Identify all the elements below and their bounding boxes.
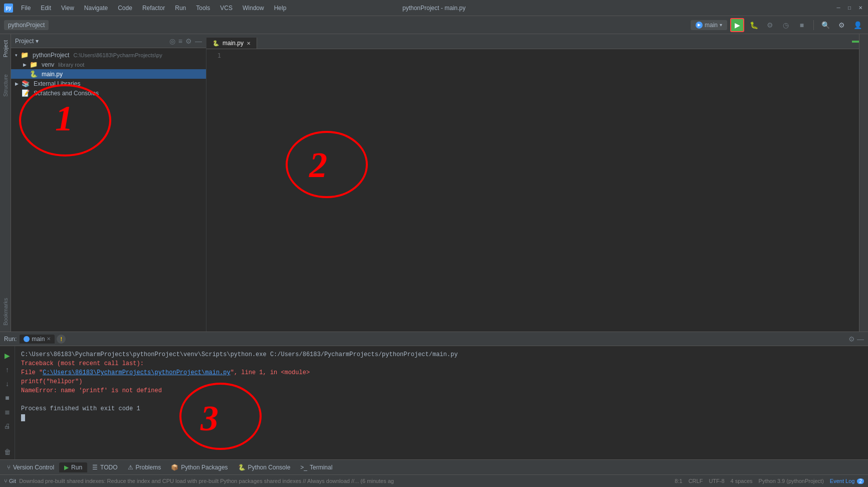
vcs-tab-label: Version Control <box>13 464 54 471</box>
panel-collapse-button[interactable]: ≡ <box>178 37 182 45</box>
menu-view[interactable]: View <box>57 4 78 13</box>
run-output: C:\Users\86183\PycharmProjects\pythonPro… <box>15 346 868 459</box>
encoding[interactable]: UTF-8 <box>709 478 724 484</box>
tab-problems[interactable]: ⚠ Problems <box>123 462 166 472</box>
vcs-tab-icon: ⑂ <box>7 464 11 471</box>
sidebar-structure-label[interactable]: Structure <box>2 72 10 99</box>
run-minimize-button[interactable]: — <box>857 335 864 343</box>
output-line-7: Process finished with exit code 1 <box>21 404 862 413</box>
event-log-label: Event Log <box>830 478 855 484</box>
menu-edit[interactable]: Edit <box>37 4 55 13</box>
stop-process-button[interactable]: ■ <box>2 392 13 403</box>
run-panel-header: Run: main ✕ ! ⚙ — <box>0 332 868 346</box>
profile-button[interactable]: ◷ <box>779 19 792 32</box>
output-line-5: NameError: name 'printf' is not defined <box>21 386 862 395</box>
editor-error-indicator <box>852 41 859 43</box>
tree-item-main[interactable]: ▶ 🐍 main.py <box>11 69 206 79</box>
content-area: Project Structure Bookmarks Project ▾ ◎ … <box>0 34 868 332</box>
stop-button[interactable]: ■ <box>795 19 808 32</box>
status-bar: ⑂ Git Download pre-built shared indexes:… <box>0 474 868 487</box>
problems-tab-icon: ⚠ <box>128 464 133 471</box>
status-right: 8:1 CRLF UTF-8 4 spaces Python 3.9 (pyth… <box>675 478 864 484</box>
menu-window[interactable]: Window <box>239 4 268 13</box>
editor-area: 🐍 main.py ✕ 1 2 <box>206 34 859 332</box>
account-button[interactable]: 👤 <box>851 19 864 32</box>
problems-tab-label: Problems <box>136 464 161 471</box>
todo-tab-label: TODO <box>100 464 117 471</box>
packages-tab-label: Python Packages <box>181 464 228 471</box>
panel-dropdown-icon[interactable]: ▾ <box>36 38 39 45</box>
run-panel-actions: ⚙ — <box>848 335 864 343</box>
menu-file[interactable]: File <box>17 4 35 13</box>
arrow-venv: ▶ <box>23 62 27 67</box>
tab-close-button[interactable]: ✕ <box>247 41 251 46</box>
event-log-button[interactable]: Event Log 2 <box>830 478 864 484</box>
panel-settings-button[interactable]: ⚙ <box>185 37 192 45</box>
scroll-down-button[interactable]: ↓ <box>2 378 13 389</box>
output-link[interactable]: C:\Users\86183\PycharmProjects\pythonPro… <box>43 369 230 376</box>
menu-vcs[interactable]: VCS <box>216 4 237 13</box>
tab-filename: main.py <box>223 40 244 47</box>
run-configuration[interactable]: ▶ main ▾ <box>691 20 727 30</box>
cursor-position[interactable]: 8:1 <box>675 478 682 484</box>
tab-python-console[interactable]: 🐍 Python Console <box>233 462 296 472</box>
clear-output-button[interactable]: 🗑 <box>2 446 13 457</box>
run-tab-close[interactable]: ✕ <box>47 336 51 342</box>
tab-version-control[interactable]: ⑂ Version Control <box>2 462 59 472</box>
scroll-up-button[interactable]: ↑ <box>2 364 13 375</box>
output-line3-suffix: ", line 1, in <module> <box>231 369 310 376</box>
coverage-button[interactable]: ⚙ <box>763 19 776 32</box>
panel-locate-button[interactable]: ◎ <box>169 37 175 45</box>
run-tab-icon-bottom: ▶ <box>64 464 69 471</box>
menu-refactor[interactable]: Refactor <box>138 4 169 13</box>
python-interpreter[interactable]: Python 3.9 (pythonProject) <box>759 478 824 484</box>
tab-terminal[interactable]: >_ Terminal <box>295 462 337 472</box>
sidebar-project-label[interactable]: Project <box>2 38 10 59</box>
run-tab-label-bottom: Run <box>71 464 82 471</box>
tab-python-packages[interactable]: 📦 Python Packages <box>166 462 233 472</box>
tab-py-icon: 🐍 <box>212 40 220 47</box>
wrap-output-button[interactable]: ≣ <box>2 406 13 417</box>
sidebar-bookmarks-label[interactable]: Bookmarks <box>2 296 10 328</box>
menu-tools[interactable]: Tools <box>192 4 214 13</box>
tree-item-root[interactable]: ▾ 📁 pythonProject C:\Users\86183\Pycharm… <box>11 50 206 60</box>
menu-run[interactable]: Run <box>171 4 190 13</box>
menu-help[interactable]: Help <box>270 4 291 13</box>
settings-button[interactable]: ⚙ <box>835 19 848 32</box>
run-settings-button[interactable]: ⚙ <box>848 335 855 343</box>
tree-item-scratches[interactable]: ▶ 📝 Scratches and Consoles <box>11 88 206 98</box>
tree-item-ext-libs[interactable]: ▶ 📚 External Libraries <box>11 79 206 88</box>
tree-item-venv[interactable]: ▶ 📁 venv library root <box>11 60 206 69</box>
search-everywhere-button[interactable]: 🔍 <box>819 19 832 32</box>
run-tab-main[interactable]: main ✕ <box>20 335 55 344</box>
tab-run[interactable]: ▶ Run <box>59 462 87 472</box>
menu-code[interactable]: Code <box>114 4 136 13</box>
terminal-tab-icon: >_ <box>300 464 307 471</box>
indent-setting[interactable]: 4 spaces <box>731 478 753 484</box>
panel-title: Project ▾ <box>15 38 39 45</box>
print-button[interactable]: 🖨 <box>2 420 13 431</box>
tab-todo[interactable]: ☰ TODO <box>87 462 122 472</box>
editor-tab-main[interactable]: 🐍 main.py ✕ <box>206 38 257 49</box>
run-again-button[interactable]: ▶ <box>2 350 13 361</box>
panel-hide-button[interactable]: — <box>195 37 202 45</box>
vcs-status[interactable]: ⑂ Git <box>4 478 16 484</box>
code-editor[interactable] <box>224 49 859 332</box>
arrow-ext: ▶ <box>15 81 19 86</box>
run-warning-badge[interactable]: ! <box>57 335 66 344</box>
libs-icon: 📚 <box>22 80 30 87</box>
maximize-button[interactable]: □ <box>846 5 853 12</box>
run-config-label: main <box>705 22 718 29</box>
debug-button[interactable]: 🐛 <box>747 19 760 32</box>
run-button[interactable]: ▶ <box>730 18 744 32</box>
output-line-3: File "C:\Users\86183\PycharmProjects\pyt… <box>21 368 862 377</box>
project-switcher[interactable]: pythonProject <box>4 20 49 30</box>
minimize-button[interactable]: ─ <box>835 5 842 12</box>
menu-navigate[interactable]: Navigate <box>80 4 112 13</box>
svg-text:1: 1 <box>55 98 73 138</box>
close-button[interactable]: ✕ <box>857 5 864 12</box>
project-panel-header: Project ▾ ◎ ≡ ⚙ — <box>11 34 206 48</box>
line-separator[interactable]: CRLF <box>689 478 703 484</box>
tree-badge-venv: library root <box>58 62 84 68</box>
status-left: ⑂ Git Download pre-built shared indexes:… <box>4 478 671 484</box>
